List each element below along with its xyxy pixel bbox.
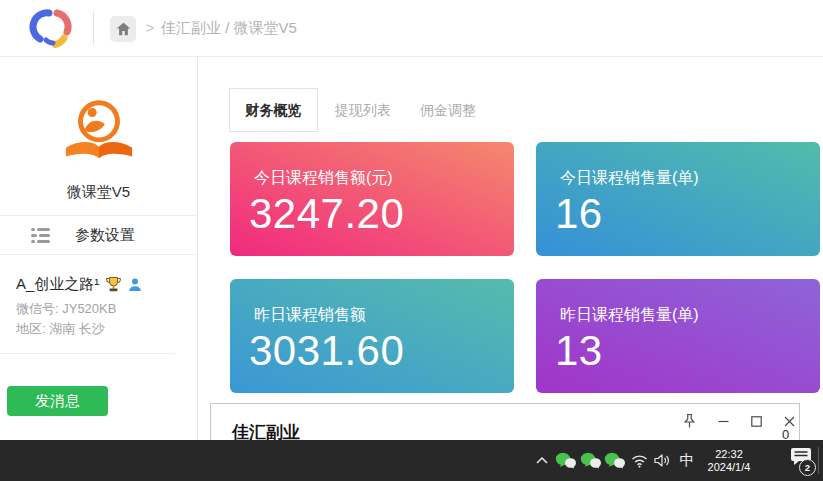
tab-withdraw-list[interactable]: 提现列表 bbox=[335, 88, 391, 132]
stat-value: 3247.20 bbox=[249, 190, 404, 238]
tray-volume-button[interactable] bbox=[652, 440, 673, 481]
tray-wechat-icon-1[interactable] bbox=[554, 440, 578, 481]
notification-count-badge: 2 bbox=[799, 459, 816, 476]
top-header: > 佳汇副业 / 微课堂V5 bbox=[0, 0, 823, 57]
windows-taskbar: 中 22:32 2024/1/4 2 bbox=[0, 440, 823, 481]
main-content: 财务概览 提现列表 佣金调整 今日课程销售额(元) 3247.20 今日课程销售… bbox=[198, 57, 823, 440]
home-button[interactable] bbox=[110, 16, 136, 42]
minimize-icon bbox=[718, 416, 729, 427]
tray-network-button[interactable] bbox=[629, 440, 649, 481]
user-region: 地区: 湖南 长沙 bbox=[16, 320, 105, 338]
stat-card-yesterday-sales-amount: 昨日课程销售额 3031.60 bbox=[230, 279, 514, 393]
stat-card-today-sales-count: 今日课程销售量(单) 16 bbox=[536, 142, 820, 256]
breadcrumb[interactable]: 佳汇副业 / 微课堂V5 bbox=[161, 0, 297, 56]
wechat-icon bbox=[555, 452, 577, 469]
tray-time: 22:32 bbox=[715, 448, 743, 461]
shop-logo-icon bbox=[60, 93, 138, 173]
user-wechat-id: 微信号: JY520KB bbox=[16, 300, 116, 318]
wechat-icon bbox=[580, 452, 602, 469]
chevron-up-icon bbox=[536, 457, 548, 464]
tray-date: 2024/1/4 bbox=[708, 461, 751, 474]
stat-label: 昨日课程销售额 bbox=[254, 305, 366, 326]
tray-show-hidden-icons-button[interactable] bbox=[533, 440, 551, 481]
user-person-icon bbox=[128, 278, 142, 292]
user-name: A_创业之路¹ bbox=[16, 275, 99, 294]
stat-card-today-sales-amount: 今日课程销售额(元) 3247.20 bbox=[230, 142, 514, 256]
tray-wechat-icon-3[interactable] bbox=[603, 440, 627, 481]
speaker-icon bbox=[654, 453, 671, 468]
wechat-icon bbox=[604, 452, 626, 469]
maximize-button[interactable] bbox=[743, 409, 769, 433]
tray-wechat-icon-2[interactable] bbox=[579, 440, 603, 481]
breadcrumb-chevron-icon: > bbox=[146, 0, 154, 56]
pin-icon bbox=[682, 413, 697, 429]
show-desktop-button[interactable] bbox=[818, 447, 819, 474]
home-icon bbox=[116, 22, 131, 36]
brand-swirl-logo-icon bbox=[28, 7, 78, 51]
stat-label: 今日课程销售额(元) bbox=[254, 168, 393, 189]
sidebar: 微课堂V5 参数设置 A_创业之路¹ bbox=[0, 57, 198, 440]
stat-card-yesterday-sales-count: 昨日课程销售量(单) 13 bbox=[536, 279, 820, 393]
sidebar-item-settings-label: 参数设置 bbox=[75, 226, 135, 245]
stat-value: 13 bbox=[555, 327, 603, 375]
minimize-button[interactable] bbox=[710, 409, 736, 433]
pin-button[interactable] bbox=[676, 409, 702, 433]
stat-label: 今日课程销售量(单) bbox=[560, 168, 699, 189]
tab-commission-adjust[interactable]: 佣金调整 bbox=[420, 88, 476, 132]
tray-ime-indicator[interactable]: 中 bbox=[677, 440, 697, 481]
stat-value: 16 bbox=[555, 190, 603, 238]
tray-notification-button[interactable]: 2 bbox=[788, 440, 818, 481]
screen: > 佳汇副业 / 微课堂V5 微课堂V5 参数设置 bbox=[0, 0, 823, 481]
shop-name: 微课堂V5 bbox=[0, 183, 197, 202]
user-name-row: A_创业之路¹ bbox=[16, 275, 142, 294]
stat-label: 昨日课程销售量(单) bbox=[560, 305, 699, 326]
wifi-icon bbox=[631, 454, 648, 468]
sidebar-divider bbox=[0, 353, 175, 354]
settings-list-icon bbox=[31, 226, 52, 245]
tray-clock[interactable]: 22:32 2024/1/4 bbox=[699, 440, 759, 481]
stat-value: 3031.60 bbox=[249, 327, 404, 375]
trophy-icon bbox=[105, 276, 122, 293]
tab-finance-overview[interactable]: 财务概览 bbox=[229, 88, 318, 132]
maximize-icon bbox=[751, 416, 762, 427]
close-icon bbox=[784, 416, 795, 427]
sidebar-item-settings[interactable]: 参数设置 bbox=[0, 215, 197, 255]
send-message-button[interactable]: 发消息 bbox=[7, 386, 108, 416]
header-divider bbox=[93, 11, 94, 45]
